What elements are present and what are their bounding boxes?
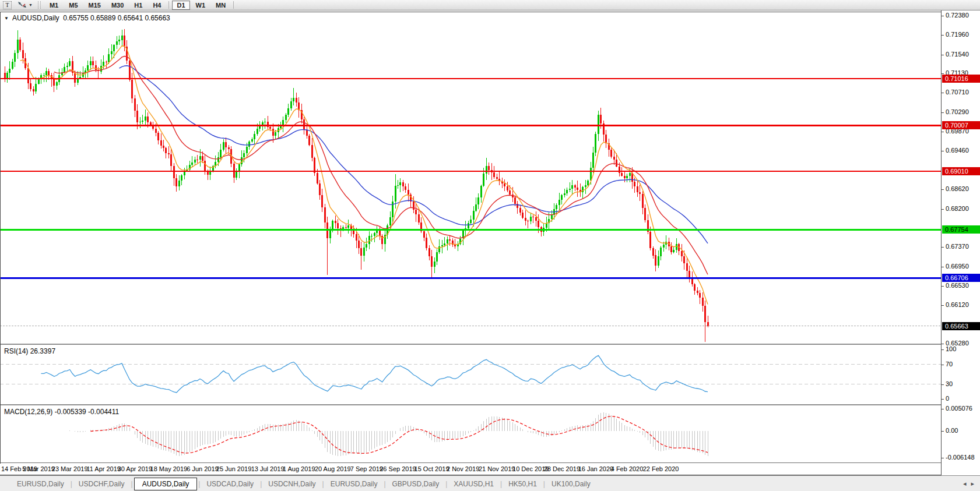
chart-tab-uk100-daily[interactable]: UK100,Daily — [545, 478, 597, 490]
macd-axis-label: -0.006148 — [946, 454, 975, 461]
price-axis-label: 0.66120 — [946, 301, 969, 308]
chart-tab-bar: EURUSD,Daily|USDCHF,Daily|AUDUSD,Daily|U… — [0, 475, 980, 491]
price-line-badge: 0.71016 — [942, 75, 980, 83]
timeframe-button-m30[interactable]: M30 — [107, 1, 128, 10]
axis-tick — [942, 16, 944, 16]
toolbar-separator — [233, 1, 234, 9]
timeframe-button-m1[interactable]: M1 — [45, 1, 63, 10]
date-tick-label: 18 May 2019 — [150, 465, 187, 472]
macd-axis-label: 0.005076 — [946, 405, 972, 412]
macd-indicator-label: MACD(12,26,9) -0.005339 -0.004411 — [4, 408, 119, 416]
rsi-axis-label: 0 — [946, 395, 949, 402]
mt4-chart-window: T ▼ M1M5M15M30H1H4D1W1MN ▼AUDUSD,Daily 0… — [0, 0, 980, 491]
price-axis-label: 0.70290 — [946, 108, 969, 115]
date-tick-label: 2 Nov 2019 — [444, 465, 482, 472]
timeframe-button-d1[interactable]: D1 — [172, 1, 189, 10]
tab-scroll-right-icon[interactable]: ▸ — [971, 480, 974, 488]
price-chart-canvas[interactable] — [0, 0, 941, 475]
timeframe-button-mn[interactable]: MN — [211, 1, 230, 10]
price-line-badge: 0.67754 — [942, 225, 980, 234]
axis-tick — [942, 399, 944, 400]
timeframe-button-m5[interactable]: M5 — [64, 1, 82, 10]
date-tick-label: 25 Jun 2019 — [215, 465, 252, 472]
arrow-objects-button[interactable]: ▼ — [15, 1, 35, 9]
date-tick-label: 21 Nov 2019 — [478, 465, 515, 472]
toolbar-separator — [168, 1, 169, 9]
arrows-icon — [17, 1, 27, 9]
chart-tab-eurusd-daily[interactable]: EURUSD,Daily — [10, 478, 71, 490]
macd-axis-label: 0.00 — [946, 427, 958, 434]
axis-tick — [942, 365, 944, 365]
price-axis-label: 0.71960 — [946, 31, 969, 38]
axis-tick — [942, 305, 944, 306]
chart-tab-usdcnh-daily[interactable]: USDCNH,Daily — [262, 478, 322, 490]
tab-separator: | — [131, 480, 133, 488]
axis-tick — [942, 286, 944, 287]
price-line-badge: 0.65663 — [942, 322, 980, 330]
axis-tick — [942, 132, 944, 132]
axis-tick — [942, 247, 944, 248]
price-axis-label: 0.72380 — [946, 12, 969, 19]
toolbar-grip[interactable] — [38, 1, 41, 9]
timeframe-toolbar: T ▼ M1M5M15M30H1H4D1W1MN — [0, 0, 980, 10]
chart-tab-hk50-h1[interactable]: HK50,H1 — [502, 478, 543, 490]
axis-tick — [942, 267, 944, 267]
rsi-axis-label: 100 — [946, 345, 956, 352]
price-axis[interactable]: 0.723800.719600.715400.711300.707100.702… — [941, 10, 980, 475]
axis-tick — [942, 458, 944, 458]
axis-tick — [942, 35, 944, 36]
symbol-dropdown-icon[interactable]: ▼ — [4, 16, 9, 21]
rsi-axis-label: 30 — [946, 380, 953, 387]
price-axis-label: 0.70710 — [946, 89, 969, 96]
axis-tick — [942, 112, 944, 113]
date-tick-label: 22 Feb 2020 — [642, 465, 680, 472]
text-label-tool-button[interactable]: T — [1, 1, 14, 9]
price-axis-label: 0.66530 — [946, 282, 969, 289]
timeframe-button-w1[interactable]: W1 — [191, 1, 210, 10]
price-axis-label: 0.68200 — [946, 205, 969, 212]
symbol-name: AUDUSD,Daily — [12, 14, 59, 22]
axis-tick — [942, 189, 944, 190]
axis-tick — [942, 349, 944, 350]
ohlc-readout: 0.65755 0.65889 0.65641 0.65663 — [63, 14, 170, 22]
date-axis[interactable]: 14 Feb 20195 Mar 201923 Mar 201911 Apr 2… — [0, 464, 941, 475]
chart-tab-xauusd-h1[interactable]: XAUUSD,H1 — [447, 478, 500, 490]
price-line-badge: 0.66706 — [942, 274, 980, 282]
price-axis-label: 0.69460 — [946, 147, 969, 154]
date-tick-label: 20 Aug 2019 — [314, 465, 352, 472]
timeframe-button-h1[interactable]: H1 — [129, 1, 147, 10]
axis-tick — [942, 209, 944, 210]
axis-tick — [942, 93, 944, 93]
date-tick-label: 23 Mar 2019 — [51, 465, 89, 472]
date-tick-label: 1 Aug 2019 — [280, 465, 318, 472]
axis-tick — [942, 73, 944, 74]
axis-tick — [942, 151, 944, 151]
price-axis-label: 0.68620 — [946, 185, 969, 192]
rsi-axis-label: 70 — [946, 361, 953, 368]
caret-down-icon: ▼ — [29, 3, 33, 7]
date-tick-label: 4 Feb 2020 — [609, 465, 646, 472]
chart-tab-gbpusd-daily[interactable]: GBPUSD,Daily — [386, 478, 446, 490]
rsi-indicator-label: RSI(14) 26.3397 — [4, 347, 55, 355]
price-axis-label: 0.71540 — [946, 51, 969, 58]
date-tick-label: 28 Dec 2019 — [543, 465, 581, 472]
timeframe-button-h4[interactable]: H4 — [148, 1, 166, 10]
price-axis-label: 0.67370 — [946, 243, 969, 250]
price-axis-label: 0.66950 — [946, 263, 969, 270]
axis-tick — [942, 344, 944, 344]
chart-tab-audusd-daily[interactable]: AUDUSD,Daily — [134, 478, 198, 490]
chart-title: ▼AUDUSD,Daily 0.65755 0.65889 0.65641 0.… — [4, 14, 170, 22]
chart-tab-eurusd-daily[interactable]: EURUSD,Daily — [324, 478, 384, 490]
axis-tick — [942, 384, 944, 385]
price-line-badge: 0.69010 — [942, 167, 980, 175]
chart-tab-usdchf-daily[interactable]: USDCHF,Daily — [72, 478, 131, 490]
timeframe-button-m15[interactable]: M15 — [84, 1, 106, 10]
chart-tab-usdcad-daily[interactable]: USDCAD,Daily — [200, 478, 260, 490]
axis-tick — [942, 55, 944, 55]
axis-tick — [942, 431, 944, 432]
price-line-badge: 0.70007 — [942, 121, 980, 129]
axis-tick — [942, 409, 944, 409]
date-tick-label: 26 Sep 2019 — [379, 465, 416, 472]
tab-scroll-left-icon[interactable]: ◂ — [963, 480, 967, 488]
tab-scroll-controls: ◂ ▸ — [963, 480, 974, 488]
